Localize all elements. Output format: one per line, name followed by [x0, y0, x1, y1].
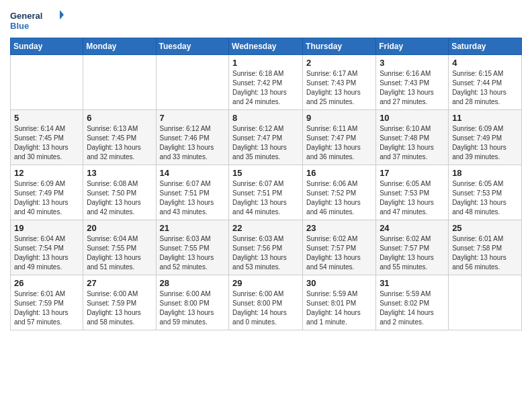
day-cell: 11Sunrise: 6:09 AM Sunset: 7:49 PM Dayli… — [449, 110, 522, 165]
day-number: 17 — [380, 168, 445, 178]
day-number: 23 — [306, 223, 372, 233]
day-number: 15 — [232, 168, 299, 178]
day-number: 22 — [232, 223, 299, 233]
day-number: 12 — [14, 168, 79, 178]
day-cell: 4Sunrise: 6:15 AM Sunset: 7:44 PM Daylig… — [449, 55, 522, 110]
day-header-friday: Friday — [376, 38, 449, 55]
day-cell: 5Sunrise: 6:14 AM Sunset: 7:45 PM Daylig… — [11, 110, 83, 165]
day-number: 31 — [380, 278, 445, 288]
day-number: 13 — [87, 168, 152, 178]
day-cell: 10Sunrise: 6:10 AM Sunset: 7:48 PM Dayli… — [376, 110, 449, 165]
svg-text:Blue: Blue — [10, 21, 29, 31]
day-info: Sunrise: 6:17 AM Sunset: 7:43 PM Dayligh… — [306, 69, 372, 107]
day-cell: 19Sunrise: 6:04 AM Sunset: 7:54 PM Dayli… — [11, 220, 83, 275]
day-cell: 9Sunrise: 6:11 AM Sunset: 7:47 PM Daylig… — [303, 110, 376, 165]
day-cell: 31Sunrise: 5:59 AM Sunset: 8:02 PM Dayli… — [376, 275, 449, 330]
day-cell: 27Sunrise: 6:00 AM Sunset: 7:59 PM Dayli… — [83, 275, 156, 330]
day-number: 10 — [380, 113, 445, 123]
day-cell: 14Sunrise: 6:07 AM Sunset: 7:51 PM Dayli… — [156, 165, 229, 220]
day-cell: 17Sunrise: 6:05 AM Sunset: 7:53 PM Dayli… — [376, 165, 449, 220]
day-info: Sunrise: 6:16 AM Sunset: 7:43 PM Dayligh… — [380, 69, 445, 107]
day-cell: 3Sunrise: 6:16 AM Sunset: 7:43 PM Daylig… — [376, 55, 449, 110]
header: General Blue — [10, 7, 522, 34]
day-number: 14 — [160, 168, 226, 178]
day-number: 9 — [306, 113, 372, 123]
day-cell: 24Sunrise: 6:02 AM Sunset: 7:57 PM Dayli… — [376, 220, 449, 275]
day-number: 16 — [306, 168, 372, 178]
day-cell: 22Sunrise: 6:03 AM Sunset: 7:56 PM Dayli… — [229, 220, 303, 275]
day-cell — [449, 275, 522, 330]
day-cell — [83, 55, 156, 110]
week-row-5: 26Sunrise: 6:01 AM Sunset: 7:59 PM Dayli… — [11, 275, 522, 330]
day-info: Sunrise: 6:07 AM Sunset: 7:51 PM Dayligh… — [160, 179, 226, 217]
day-info: Sunrise: 6:04 AM Sunset: 7:55 PM Dayligh… — [87, 234, 152, 272]
day-cell: 7Sunrise: 6:12 AM Sunset: 7:46 PM Daylig… — [156, 110, 229, 165]
day-header-wednesday: Wednesday — [229, 38, 303, 55]
day-number: 3 — [380, 58, 445, 68]
day-number: 27 — [87, 278, 152, 288]
day-number: 20 — [87, 223, 152, 233]
day-cell: 23Sunrise: 6:02 AM Sunset: 7:57 PM Dayli… — [303, 220, 376, 275]
day-cell: 18Sunrise: 6:05 AM Sunset: 7:53 PM Dayli… — [449, 165, 522, 220]
day-header-tuesday: Tuesday — [156, 38, 229, 55]
svg-text:General: General — [10, 11, 42, 21]
week-row-2: 5Sunrise: 6:14 AM Sunset: 7:45 PM Daylig… — [11, 110, 522, 165]
day-header-monday: Monday — [83, 38, 156, 55]
day-number: 29 — [232, 278, 299, 288]
days-header-row: SundayMondayTuesdayWednesdayThursdayFrid… — [11, 38, 522, 55]
day-info: Sunrise: 6:03 AM Sunset: 7:56 PM Dayligh… — [232, 234, 299, 272]
day-cell: 13Sunrise: 6:08 AM Sunset: 7:50 PM Dayli… — [83, 165, 156, 220]
week-row-3: 12Sunrise: 6:09 AM Sunset: 7:49 PM Dayli… — [11, 165, 522, 220]
day-info: Sunrise: 6:01 AM Sunset: 7:59 PM Dayligh… — [14, 289, 79, 327]
day-info: Sunrise: 6:04 AM Sunset: 7:54 PM Dayligh… — [14, 234, 79, 272]
day-info: Sunrise: 6:14 AM Sunset: 7:45 PM Dayligh… — [14, 124, 79, 162]
calendar-table: SundayMondayTuesdayWednesdayThursdayFrid… — [10, 38, 522, 330]
day-info: Sunrise: 6:18 AM Sunset: 7:42 PM Dayligh… — [232, 69, 299, 107]
day-cell — [156, 55, 229, 110]
day-number: 28 — [160, 278, 226, 288]
day-info: Sunrise: 6:03 AM Sunset: 7:55 PM Dayligh… — [160, 234, 226, 272]
day-cell: 6Sunrise: 6:13 AM Sunset: 7:45 PM Daylig… — [83, 110, 156, 165]
week-row-4: 19Sunrise: 6:04 AM Sunset: 7:54 PM Dayli… — [11, 220, 522, 275]
day-header-thursday: Thursday — [303, 38, 376, 55]
day-number: 24 — [380, 223, 445, 233]
day-number: 18 — [452, 168, 518, 178]
day-cell: 1Sunrise: 6:18 AM Sunset: 7:42 PM Daylig… — [229, 55, 303, 110]
day-cell: 8Sunrise: 6:12 AM Sunset: 7:47 PM Daylig… — [229, 110, 303, 165]
day-number: 1 — [232, 58, 299, 68]
day-cell: 21Sunrise: 6:03 AM Sunset: 7:55 PM Dayli… — [156, 220, 229, 275]
day-number: 5 — [14, 113, 79, 123]
day-info: Sunrise: 6:02 AM Sunset: 7:57 PM Dayligh… — [380, 234, 445, 272]
day-info: Sunrise: 6:09 AM Sunset: 7:49 PM Dayligh… — [452, 124, 518, 162]
day-cell: 20Sunrise: 6:04 AM Sunset: 7:55 PM Dayli… — [83, 220, 156, 275]
day-info: Sunrise: 6:08 AM Sunset: 7:50 PM Dayligh… — [87, 179, 152, 217]
day-info: Sunrise: 6:02 AM Sunset: 7:57 PM Dayligh… — [306, 234, 372, 272]
day-cell: 29Sunrise: 6:00 AM Sunset: 8:00 PM Dayli… — [229, 275, 303, 330]
day-number: 21 — [160, 223, 226, 233]
day-number: 6 — [87, 113, 152, 123]
svg-marker-2 — [60, 10, 64, 19]
day-info: Sunrise: 6:15 AM Sunset: 7:44 PM Dayligh… — [452, 69, 518, 107]
day-number: 4 — [452, 58, 518, 68]
day-cell: 16Sunrise: 6:06 AM Sunset: 7:52 PM Dayli… — [303, 165, 376, 220]
day-info: Sunrise: 6:13 AM Sunset: 7:45 PM Dayligh… — [87, 124, 152, 162]
day-number: 8 — [232, 113, 299, 123]
day-cell: 12Sunrise: 6:09 AM Sunset: 7:49 PM Dayli… — [11, 165, 83, 220]
day-info: Sunrise: 6:00 AM Sunset: 8:00 PM Dayligh… — [232, 289, 299, 327]
day-info: Sunrise: 6:05 AM Sunset: 7:53 PM Dayligh… — [452, 179, 518, 217]
day-info: Sunrise: 6:00 AM Sunset: 7:59 PM Dayligh… — [87, 289, 152, 327]
day-number: 11 — [452, 113, 518, 123]
day-info: Sunrise: 5:59 AM Sunset: 8:01 PM Dayligh… — [306, 289, 372, 327]
day-cell: 25Sunrise: 6:01 AM Sunset: 7:58 PM Dayli… — [449, 220, 522, 275]
week-row-1: 1Sunrise: 6:18 AM Sunset: 7:42 PM Daylig… — [11, 55, 522, 110]
day-info: Sunrise: 6:12 AM Sunset: 7:47 PM Dayligh… — [232, 124, 299, 162]
day-number: 26 — [14, 278, 79, 288]
day-info: Sunrise: 6:11 AM Sunset: 7:47 PM Dayligh… — [306, 124, 372, 162]
day-info: Sunrise: 6:12 AM Sunset: 7:46 PM Dayligh… — [160, 124, 226, 162]
day-info: Sunrise: 6:05 AM Sunset: 7:53 PM Dayligh… — [380, 179, 445, 217]
day-number: 30 — [306, 278, 372, 288]
day-header-saturday: Saturday — [449, 38, 522, 55]
day-info: Sunrise: 6:06 AM Sunset: 7:52 PM Dayligh… — [306, 179, 372, 217]
day-info: Sunrise: 6:00 AM Sunset: 8:00 PM Dayligh… — [160, 289, 226, 327]
day-number: 25 — [452, 223, 518, 233]
